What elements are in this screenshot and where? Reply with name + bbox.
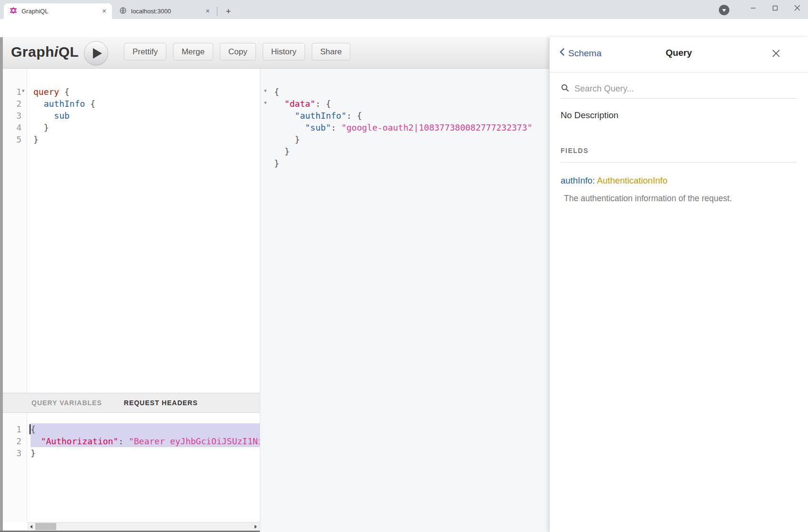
code-line: sub <box>33 110 260 122</box>
code-token: query <box>33 87 59 97</box>
globe-icon <box>119 7 127 16</box>
code-line: { <box>31 423 260 435</box>
code-token: { <box>59 87 70 97</box>
variables-tab-bar: QUERY VARIABLES REQUEST HEADERS <box>3 393 260 413</box>
line-number: 2 <box>3 98 21 110</box>
code-token: { <box>31 424 36 434</box>
code-line: } <box>274 133 549 145</box>
code-token: } <box>33 123 49 133</box>
field-description: The authentication information of the re… <box>564 194 732 204</box>
line-number: 4 <box>3 122 21 133</box>
tab-query-variables[interactable]: QUERY VARIABLES <box>31 399 102 407</box>
tab-graphiql[interactable]: GraphiQL ✕ <box>4 3 112 19</box>
code-token: { <box>274 87 279 97</box>
code-line: } <box>33 122 260 133</box>
fields-section-label: FIELDS <box>561 147 589 154</box>
code-line: } <box>274 145 549 157</box>
code-token <box>33 111 54 121</box>
code-token: "data" <box>285 99 316 109</box>
results-viewer: ▾{▾ "data": { "authInfo": { "sub": "goog… <box>260 69 549 532</box>
request-headers-editor[interactable]: 1{2 "Authorization": "Bearer eyJhbGciOiJ… <box>3 413 260 522</box>
line-number: 1 <box>3 423 21 435</box>
code-token: "Bearer eyJhbGciOiJSUzI1NiI <box>129 436 260 446</box>
code-token: } <box>33 134 39 144</box>
doc-explorer-panel: Schema Query No Description FIELDS authI… <box>549 37 808 532</box>
graphiql-logo: GraphiQL <box>11 44 79 60</box>
tab-close-icon[interactable]: ✕ <box>100 7 108 15</box>
code-line: } <box>33 133 260 145</box>
field-row-authinfo: authInfo: AuthenticationInfo <box>561 175 667 186</box>
code-line: "Authorization": "Bearer eyJhbGciOiJSUzI… <box>31 435 260 447</box>
doc-close-icon[interactable] <box>770 48 782 59</box>
line-number: 3 <box>3 110 21 122</box>
tab-divider <box>217 7 217 16</box>
code-token: authInfo <box>44 99 85 109</box>
code-token: "Authorization" <box>41 436 119 446</box>
code-token: { <box>85 99 95 109</box>
line-number: 3 <box>3 447 21 459</box>
field-type-link[interactable]: AuthenticationInfo <box>597 175 667 185</box>
fields-divider <box>561 162 797 163</box>
window-minimize-button[interactable] <box>742 0 764 16</box>
code-line: } <box>31 447 260 459</box>
scroll-right-icon[interactable] <box>252 522 260 531</box>
fold-arrow-icon[interactable]: ▾ <box>264 100 270 106</box>
code-token: } <box>31 448 36 458</box>
scroll-left-icon[interactable] <box>27 522 35 531</box>
code-token <box>274 99 285 109</box>
code-token <box>31 436 41 446</box>
graphiql-topbar: GraphiQL PrettifyMergeCopyHistoryShare <box>3 37 549 69</box>
code-line: authInfo { <box>33 98 260 110</box>
text-cursor <box>30 424 31 434</box>
code-line: "data": { <box>274 98 549 110</box>
tab-close-icon[interactable]: ✕ <box>204 7 212 15</box>
doc-explorer-header: Schema Query <box>550 37 808 72</box>
code-line: "sub": "google-oauth2|108377380082777232… <box>274 122 549 133</box>
tab-title: GraphiQL <box>21 8 100 15</box>
tab-localhost[interactable]: localhost:3000 ✕ <box>114 3 215 19</box>
fold-arrow-icon[interactable]: ▾ <box>264 88 270 94</box>
code-token: } <box>274 146 290 156</box>
window-close-button[interactable] <box>786 0 808 16</box>
code-line: } <box>274 157 549 169</box>
query-editor[interactable]: 1▾query {2 authInfo {3 sub4 }5} <box>3 69 260 393</box>
line-number: 1 <box>3 86 21 98</box>
fold-arrow-icon[interactable]: ▾ <box>22 88 28 94</box>
line-number: 5 <box>3 133 21 145</box>
code-token: "google-oauth2|108377380082777232373" <box>341 123 532 133</box>
toolbar-button-history[interactable]: History <box>263 43 305 61</box>
toolbar-button-prettify[interactable]: Prettify <box>124 43 166 61</box>
tab-request-headers[interactable]: REQUEST HEADERS <box>124 399 198 407</box>
code-token: } <box>274 158 279 168</box>
code-token: : { <box>316 99 331 109</box>
code-token <box>274 123 305 133</box>
toolbar-button-share[interactable]: Share <box>312 43 350 61</box>
browser-tab-strip: GraphiQL ✕ localhost:3000 ✕ + <box>0 0 808 19</box>
code-token: "authInfo" <box>295 111 346 121</box>
doc-search-input[interactable] <box>574 84 775 94</box>
tab-search-icon[interactable] <box>719 5 729 15</box>
toolbar-button-copy[interactable]: Copy <box>220 43 256 61</box>
execute-query-button[interactable] <box>84 41 108 65</box>
code-token: sub <box>54 111 70 121</box>
window-maximize-button[interactable] <box>764 0 786 16</box>
graphiql-favicon-icon <box>10 7 17 16</box>
code-token: } <box>274 134 300 144</box>
browser-window: GraphiQL ✕ localhost:3000 ✕ + <box>0 0 808 532</box>
browser-navbar: localhost:3000 uoP+⚛Tp L Aktualisieren ⋮ <box>0 19 808 37</box>
line-number: 2 <box>3 435 21 447</box>
scrollbar-thumb[interactable] <box>35 523 56 530</box>
code-line: "authInfo": { <box>274 110 549 122</box>
toolbar-button-merge[interactable]: Merge <box>173 43 213 61</box>
code-token <box>33 99 44 109</box>
code-token: : <box>331 123 341 133</box>
type-description: No Description <box>561 110 618 121</box>
new-tab-button[interactable]: + <box>222 5 235 18</box>
doc-search-box[interactable] <box>561 79 797 99</box>
field-name-link[interactable]: authInfo <box>561 175 593 185</box>
search-icon <box>561 83 570 94</box>
play-icon <box>93 48 102 59</box>
code-token: "sub" <box>305 123 331 133</box>
horizontal-scrollbar[interactable] <box>27 522 260 530</box>
code-token <box>274 111 295 121</box>
